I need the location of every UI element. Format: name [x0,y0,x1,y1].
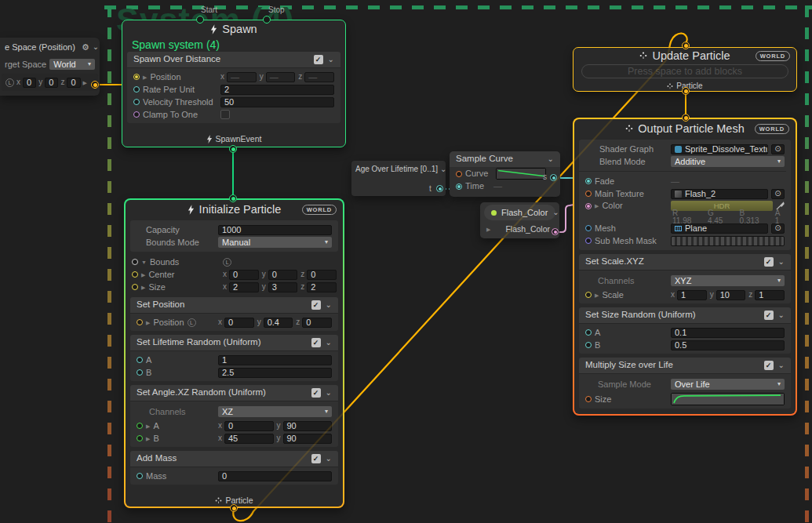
lifetime-a-field[interactable]: 1 [218,355,332,365]
scale-x-field[interactable]: 1 [677,290,707,300]
object-picker-icon[interactable]: ⊙ [771,223,785,234]
rate-per-unit-field[interactable]: 2 [220,85,334,95]
chevron-down-icon[interactable]: ⌄ [326,455,332,463]
angle-b-y-field[interactable]: 90 [283,434,333,444]
center-z-field[interactable]: 0 [307,270,337,280]
expander-icon[interactable]: ▶ [595,292,599,298]
set-size-random-block[interactable]: Set Size Random (Uniform) ✓ ⌄ A 0.1 B 0.… [579,307,791,354]
angle-b-x-field[interactable]: 45 [224,434,274,444]
chevron-down-icon[interactable]: ⌄ [552,209,559,216]
object-picker-icon[interactable]: ⊙ [771,144,785,154]
change-space-node[interactable]: e Space (Position) ⚙ ⌄ rget Space World … [0,38,100,96]
update-input-port[interactable] [682,42,690,49]
spawn-title-bar[interactable]: Spawn [122,20,345,38]
spawn-context-node[interactable]: Spawn Spawn system (4) Spawn Over Distan… [122,20,346,147]
add-mass-block[interactable]: Add Mass ✓ ⌄ Mass 0 [130,451,338,485]
set-position-z-field[interactable]: 0 [302,318,332,328]
expander-icon[interactable]: ▼ [141,260,147,265]
local-space-icon[interactable]: L [223,258,231,267]
mass-port[interactable] [137,473,143,479]
block-enabled-checkbox[interactable]: ✓ [314,55,323,64]
vfx-graph-canvas[interactable]: System (4) e Space (Position) ⚙ ⌄ rget S… [0,0,812,523]
chevron-down-icon[interactable]: ⌄ [93,43,99,51]
gear-icon[interactable]: ⚙ [82,43,89,52]
flash-color-output-port[interactable] [552,228,559,235]
position-x-field[interactable]: — [227,72,257,82]
stop-flow-port[interactable] [263,16,271,24]
mesh-field[interactable]: Plane [671,223,768,234]
change-space-output-port[interactable] [91,81,99,89]
chevron-down-icon[interactable]: ⌄ [548,155,554,163]
age-output-port[interactable] [436,185,443,192]
size-b-field[interactable]: 0.5 [671,340,785,350]
lifetime-b-field[interactable]: 2.5 [218,368,332,378]
set-scale-block[interactable]: Set Scale.XYZ ✓ ⌄ Channels XYZ▾ ▶ Scale … [579,254,791,303]
chevron-down-icon[interactable]: ⌄ [326,301,332,309]
angle-a-port[interactable] [137,423,143,429]
chevron-down-icon[interactable]: ⌄ [778,258,785,266]
channels-dropdown[interactable]: XZ▾ [218,406,332,417]
capacity-field[interactable]: 1000 [218,225,332,235]
block-enabled-checkbox[interactable]: ✓ [311,338,321,347]
expander-icon[interactable]: ▶ [143,74,147,80]
center-port[interactable] [132,271,138,278]
sub-mesh-mask-port[interactable] [585,238,592,244]
size-b-port[interactable] [585,342,592,348]
expander-icon[interactable]: ▶ [141,285,145,290]
angle-b-port[interactable] [137,435,143,441]
expander-icon[interactable]: ▶ [146,320,150,325]
sample-mode-dropdown[interactable]: Over Life▾ [671,379,785,390]
angle-a-x-field[interactable]: 0 [224,421,274,431]
center-y-field[interactable]: 0 [268,270,298,280]
set-position-port[interactable] [137,319,143,325]
flash-color-pill[interactable]: Flash_Color ⌄ [484,205,555,220]
y-field[interactable]: 0 [45,78,58,88]
shader-graph-field[interactable]: Sprite_Dissolve_Texture (Shader ( [671,144,768,154]
chevron-down-icon[interactable]: ⌄ [778,311,785,319]
expander-icon[interactable]: ▶ [146,436,150,441]
chevron-down-icon[interactable]: ⌄ [326,339,332,347]
size-x-field[interactable]: 2 [229,282,259,292]
block-enabled-checkbox[interactable]: ✓ [311,300,321,310]
fade-port[interactable] [585,178,592,184]
initialize-title-bar[interactable]: Initialize Particle WORLD [126,200,343,219]
start-flow-port[interactable] [196,16,204,24]
object-picker-icon[interactable]: ⊙ [771,189,785,199]
age-over-lifetime-node[interactable]: Age Over Lifetime [0..1] ⌄ [351,161,446,196]
block-enabled-checkbox[interactable]: ✓ [764,257,774,267]
set-position-y-field[interactable]: 0.4 [264,318,293,328]
size-port[interactable] [132,284,138,290]
expander-icon[interactable]: ▶ [146,423,150,429]
update-context-node[interactable]: Update Particle WORLD Press space to add… [573,47,797,92]
local-space-icon[interactable]: L [5,78,14,87]
velocity-threshold-field[interactable]: 50 [220,97,334,107]
update-title-bar[interactable]: Update Particle WORLD [573,48,796,64]
initialize-input-port[interactable] [229,194,237,202]
velocity-threshold-port[interactable] [133,99,140,105]
chevron-down-icon[interactable]: ⌄ [326,389,332,397]
position-port[interactable] [133,74,140,80]
scale-y-field[interactable]: 10 [716,290,746,300]
center-x-field[interactable]: 0 [229,270,259,280]
expander-icon[interactable]: ▶ [83,80,87,85]
rate-per-unit-port[interactable] [133,86,140,93]
size-a-field[interactable]: 0.1 [671,328,785,338]
clamp-to-one-port[interactable] [133,111,140,118]
size-y-field[interactable]: 3 [268,282,298,292]
set-position-x-field[interactable]: 0 [224,318,254,328]
curve-input-port[interactable] [456,171,462,177]
sub-mesh-mask-field[interactable] [671,236,785,246]
main-texture-field[interactable]: Flash_2 [671,189,768,199]
set-position-block[interactable]: Set Position ✓ ⌄ ▶ Position L x0 y0.4 z0 [130,297,338,331]
x-field[interactable]: 0 [23,78,36,88]
clamp-to-one-checkbox[interactable] [220,110,230,119]
spawn-event-output-port[interactable] [229,145,237,153]
expander-icon[interactable]: ▶ [486,227,490,232]
multiply-size-block[interactable]: Multiply Size over Life ✓ ⌄ Sample Mode … [579,358,791,409]
initialize-context-node[interactable]: Initialize Particle WORLD Capacity 1000 … [124,198,344,508]
size-a-port[interactable] [585,329,592,336]
local-space-icon[interactable]: L [188,318,196,327]
expander-icon[interactable]: ▶ [141,272,145,278]
flash-color-node[interactable]: Flash_Color ⌄ ▶ Flash_Color [480,202,559,238]
z-field[interactable]: 0 [67,78,80,88]
